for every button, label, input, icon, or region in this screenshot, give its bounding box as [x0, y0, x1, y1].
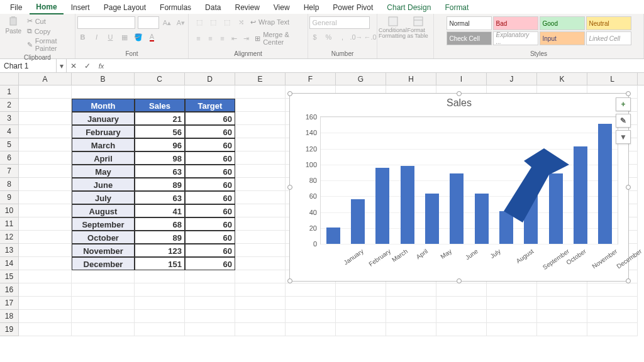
- row-header[interactable]: 7: [0, 165, 19, 178]
- chart-bar[interactable]: [375, 168, 389, 244]
- cell[interactable]: [235, 99, 286, 112]
- row-header[interactable]: 11: [0, 217, 19, 231]
- row-header[interactable]: 19: [0, 323, 19, 336]
- row-header[interactable]: 12: [0, 231, 19, 244]
- tab-power-pivot[interactable]: Power Pivot: [326, 1, 379, 14]
- column-header[interactable]: C: [135, 73, 185, 85]
- style-bad[interactable]: Bad: [493, 16, 538, 30]
- comma-icon[interactable]: ,: [337, 31, 348, 43]
- chart-bar[interactable]: [549, 173, 563, 244]
- cell[interactable]: [185, 310, 235, 323]
- cell[interactable]: 60: [185, 217, 235, 231]
- copy-button[interactable]: ⧉Copy: [26, 26, 70, 36]
- cell[interactable]: 63: [135, 165, 185, 178]
- cancel-formula-icon[interactable]: ✕: [67, 59, 80, 72]
- cell[interactable]: [286, 283, 336, 297]
- style-input[interactable]: Input: [540, 31, 585, 45]
- cell[interactable]: [587, 297, 638, 310]
- cell[interactable]: [386, 310, 436, 323]
- orientation-icon[interactable]: ⤭: [235, 16, 247, 28]
- chart-bar[interactable]: [326, 228, 340, 244]
- cell[interactable]: [185, 270, 235, 283]
- cell[interactable]: [135, 297, 185, 310]
- chart-bar[interactable]: [574, 146, 587, 244]
- row-header[interactable]: 2: [0, 99, 19, 112]
- row-header[interactable]: 15: [0, 270, 19, 283]
- cell[interactable]: 21: [135, 112, 185, 125]
- chart-bar[interactable]: [401, 166, 414, 244]
- cell[interactable]: Month: [72, 99, 135, 112]
- cell[interactable]: [72, 297, 135, 310]
- cell[interactable]: [19, 151, 72, 165]
- cell[interactable]: February: [72, 125, 135, 138]
- cell[interactable]: [487, 323, 537, 336]
- column-header[interactable]: A: [19, 73, 72, 85]
- select-all-corner[interactable]: [0, 73, 19, 85]
- row-header[interactable]: 14: [0, 257, 19, 270]
- cell[interactable]: [286, 310, 336, 323]
- cell[interactable]: [587, 310, 638, 323]
- cell[interactable]: [19, 244, 72, 257]
- resize-handle[interactable]: [626, 91, 631, 96]
- tab-file[interactable]: File: [4, 1, 28, 14]
- row-header[interactable]: 5: [0, 138, 19, 151]
- cell[interactable]: [135, 270, 185, 283]
- cell[interactable]: [135, 323, 185, 336]
- cell[interactable]: [72, 323, 135, 336]
- cell[interactable]: [135, 310, 185, 323]
- resize-handle[interactable]: [287, 278, 292, 283]
- row-header[interactable]: 13: [0, 244, 19, 257]
- cell[interactable]: 60: [185, 257, 235, 270]
- border-button[interactable]: ▦: [119, 31, 130, 43]
- chart-bar[interactable]: [450, 173, 464, 244]
- column-header[interactable]: L: [587, 73, 638, 85]
- formula-bar[interactable]: [108, 59, 644, 72]
- cell[interactable]: [72, 310, 135, 323]
- chart-plot-area[interactable]: 020406080100120140160JanuaryFebruaryMarc…: [320, 116, 618, 244]
- cell[interactable]: [235, 138, 286, 151]
- chart-styles-button[interactable]: ✎: [616, 114, 631, 128]
- cell[interactable]: 60: [185, 231, 235, 244]
- cell[interactable]: [235, 85, 286, 99]
- row-header[interactable]: 1: [0, 85, 19, 99]
- cell[interactable]: [19, 112, 72, 125]
- cell[interactable]: 60: [185, 204, 235, 217]
- cell[interactable]: [19, 310, 72, 323]
- cell-styles-gallery[interactable]: Normal Bad Good Neutral Check Cell Expla…: [447, 16, 631, 45]
- cell[interactable]: [235, 191, 286, 204]
- chart-bar[interactable]: [475, 194, 489, 244]
- cell[interactable]: [19, 191, 72, 204]
- style-normal[interactable]: Normal: [447, 16, 492, 30]
- column-header[interactable]: B: [72, 73, 135, 85]
- align-right-icon[interactable]: ≡: [218, 33, 227, 44]
- cell[interactable]: October: [72, 231, 135, 244]
- cell[interactable]: [487, 310, 537, 323]
- bold-button[interactable]: B: [77, 31, 89, 43]
- cell[interactable]: [286, 297, 336, 310]
- style-check-cell[interactable]: Check Cell: [447, 31, 492, 45]
- cell[interactable]: 89: [135, 231, 185, 244]
- cell[interactable]: 41: [135, 204, 185, 217]
- cell[interactable]: 56: [135, 125, 185, 138]
- cell[interactable]: [587, 323, 638, 336]
- cell[interactable]: [537, 323, 587, 336]
- tab-data[interactable]: Data: [199, 1, 227, 14]
- chart-filter-button[interactable]: ▼: [616, 130, 631, 144]
- cell[interactable]: [235, 165, 286, 178]
- align-top-icon[interactable]: ⬚: [194, 16, 205, 28]
- cell[interactable]: 60: [185, 244, 235, 257]
- cell[interactable]: [487, 283, 537, 297]
- cell[interactable]: [185, 283, 235, 297]
- chart-elements-button[interactable]: +: [616, 97, 631, 111]
- cell[interactable]: 96: [135, 138, 185, 151]
- align-center-icon[interactable]: ≡: [206, 33, 215, 44]
- row-header[interactable]: 17: [0, 297, 19, 310]
- chart-bar[interactable]: [425, 194, 439, 244]
- cell[interactable]: [386, 297, 436, 310]
- tab-chart-design[interactable]: Chart Design: [380, 1, 437, 14]
- cell[interactable]: [19, 99, 72, 112]
- column-header[interactable]: F: [286, 73, 336, 85]
- column-header[interactable]: J: [487, 73, 537, 85]
- cell[interactable]: [235, 231, 286, 244]
- number-format-select[interactable]: [309, 16, 370, 29]
